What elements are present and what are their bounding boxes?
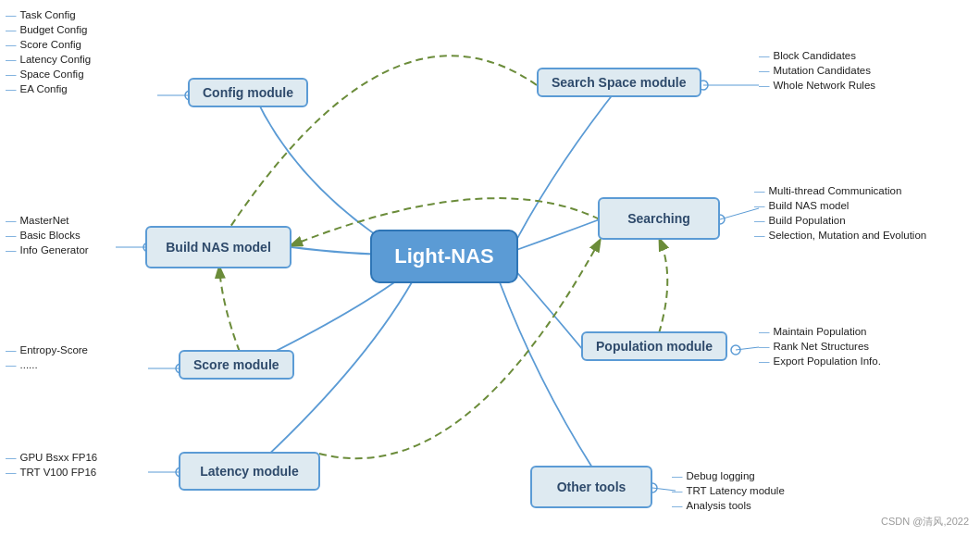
- center-node: Light-NAS: [370, 230, 518, 283]
- config-label-5: EA Config: [6, 83, 91, 94]
- latency-module-node: Latency module: [179, 452, 320, 491]
- pop-label-2: Export Population Info.: [759, 355, 881, 367]
- watermark: CSDN @清风,2022: [881, 515, 969, 529]
- config-label-4: Space Config: [6, 69, 91, 80]
- searching-label-2: Build Population: [754, 215, 926, 226]
- ss-label-1: Mutation Candidates: [759, 65, 875, 76]
- svg-line-10: [720, 208, 759, 219]
- bn-label-1: Basic Blocks: [6, 230, 89, 241]
- search-space-module-node: Search Space module: [537, 68, 701, 97]
- latency-labels: GPU Bsxx FP16 TRT V100 FP16: [6, 452, 97, 478]
- searching-labels: Multi-thread Communication Build NAS mod…: [754, 185, 926, 241]
- score-labels: Entropy-Score ......: [6, 344, 88, 370]
- population-labels: Maintain Population Rank Net Structures …: [759, 326, 881, 367]
- population-module-node: Population module: [581, 331, 727, 361]
- ot-label-0: Debug logging: [672, 470, 785, 481]
- searching-label-3: Selection, Mutation and Evolution: [754, 230, 926, 241]
- lat-label-0: GPU Bsxx FP16: [6, 452, 97, 463]
- search-space-labels: Block Candidates Mutation Candidates Who…: [759, 50, 875, 91]
- searching-node: Searching: [598, 197, 720, 240]
- searching-label-0: Multi-thread Communication: [754, 185, 926, 196]
- score-label-1: ......: [6, 359, 88, 370]
- ot-label-2: Analysis tools: [672, 500, 785, 511]
- config-label-1: Budget Config: [6, 24, 91, 35]
- ss-label-2: Whole Network Rules: [759, 80, 875, 91]
- config-label-0: Task Config: [6, 9, 91, 20]
- other-tools-node: Other tools: [530, 466, 652, 508]
- pop-label-0: Maintain Population: [759, 326, 881, 337]
- score-module-node: Score module: [179, 350, 294, 380]
- searching-label-1: Build NAS model: [754, 200, 926, 211]
- config-label-3: Latency Config: [6, 54, 91, 65]
- build-nas-model-node: Build NAS model: [145, 226, 292, 268]
- ss-label-0: Block Candidates: [759, 50, 875, 61]
- other-tools-labels: Debug logging TRT Latency module Analysi…: [672, 470, 785, 511]
- bn-label-2: Info Generator: [6, 244, 89, 256]
- pop-label-1: Rank Net Structures: [759, 341, 881, 352]
- svg-point-6: [731, 345, 740, 355]
- config-module-node: Config module: [188, 78, 308, 107]
- config-labels: Task Config Budget Config Score Config L…: [6, 9, 91, 76]
- svg-line-11: [736, 347, 759, 350]
- config-label-2: Score Config: [6, 39, 91, 50]
- bn-label-0: MasterNet: [6, 215, 89, 226]
- score-label-0: Entropy-Score: [6, 344, 88, 355]
- ot-label-1: TRT Latency module: [672, 485, 785, 496]
- build-nas-labels: MasterNet Basic Blocks Info Generator: [6, 215, 89, 256]
- lat-label-1: TRT V100 FP16: [6, 467, 97, 478]
